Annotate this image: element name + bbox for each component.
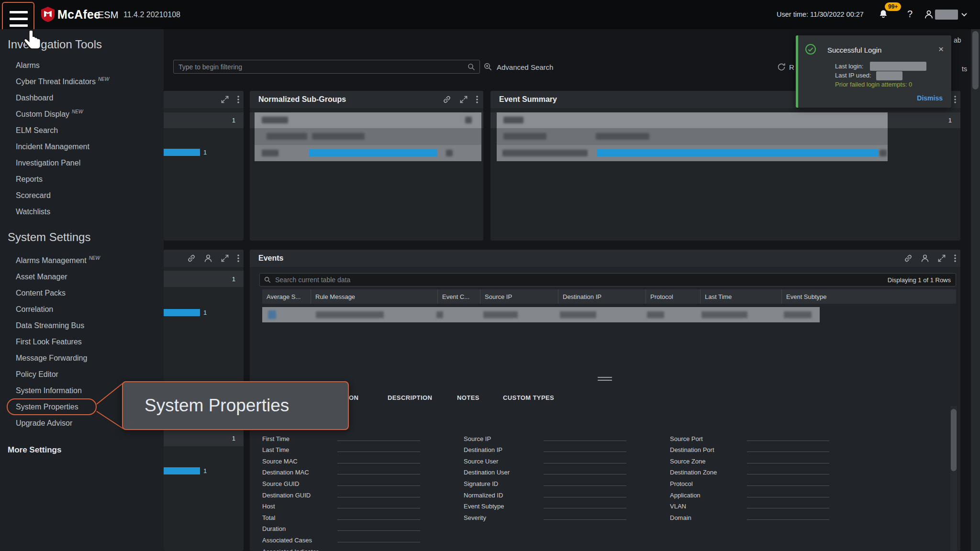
- tab-description[interactable]: DESCRIPTION: [388, 394, 432, 401]
- field-label: Source Port: [670, 435, 747, 444]
- table-row-redacted[interactable]: [262, 307, 820, 322]
- column-header[interactable]: Event C...: [437, 289, 480, 304]
- sidebar-item-scorecard[interactable]: Scorecard: [0, 187, 164, 204]
- kebab-menu-icon[interactable]: [954, 95, 957, 104]
- field-value-line: [544, 508, 626, 508]
- navigation-menu: Investigation Tools Alarms Cyber Threat …: [0, 29, 164, 551]
- search-icon[interactable]: [467, 63, 479, 71]
- detail-fields-column-1: First Time Last Time Source MAC Destinat…: [262, 432, 420, 551]
- dismiss-button[interactable]: Dismiss: [917, 94, 943, 102]
- sidebar-item-policy-editor[interactable]: Policy Editor: [0, 366, 164, 383]
- hamburger-icon: [10, 11, 28, 13]
- sidebar-item-reports[interactable]: Reports: [0, 171, 164, 187]
- panel-title: Events: [258, 254, 283, 263]
- field-row: Source IP: [464, 432, 626, 444]
- expand-icon[interactable]: [937, 253, 947, 263]
- expand-icon[interactable]: [220, 95, 230, 104]
- expand-icon[interactable]: [459, 95, 468, 104]
- sidebar-item-watchlists[interactable]: Watchlists: [0, 204, 164, 220]
- column-header[interactable]: Destination IP: [558, 289, 646, 304]
- sidebar-item-label: Policy Editor: [16, 370, 58, 379]
- field-label: Destination GUID: [262, 492, 337, 500]
- advanced-search-button[interactable]: Advanced Search: [483, 62, 553, 72]
- field-label: Domain: [670, 514, 747, 523]
- close-icon[interactable]: ×: [938, 44, 944, 55]
- chevron-down-icon[interactable]: [961, 12, 968, 17]
- field-row: Event Subtype: [464, 500, 626, 512]
- notification-count-badge[interactable]: 99+: [885, 2, 901, 11]
- person-icon[interactable]: [920, 253, 930, 263]
- field-label: Normalized ID: [464, 492, 544, 500]
- tab-custom-types[interactable]: CUSTOM TYPES: [503, 394, 554, 401]
- filter-input[interactable]: [174, 63, 467, 71]
- field-label: Source Zone: [670, 458, 747, 466]
- sidebar-item-custom-display[interactable]: Custom DisplayNEW: [0, 106, 164, 122]
- table-search-input[interactable]: [271, 276, 888, 284]
- panel-title: Normalized Sub-Groups: [258, 95, 346, 104]
- panel-events-header: Events: [250, 250, 960, 267]
- sidebar-item-alarms-management[interactable]: Alarms ManagementNEW: [0, 253, 164, 269]
- kebab-menu-icon[interactable]: [237, 253, 240, 263]
- sidebar-item-message-forwarding[interactable]: Message Forwarding: [0, 350, 164, 366]
- sidebar-item-label: Custom Display: [16, 110, 69, 119]
- column-header[interactable]: Protocol: [646, 289, 700, 304]
- field-label: Destination Zone: [670, 469, 747, 477]
- field-value-line: [544, 497, 626, 497]
- sidebar-item-investigation-panel[interactable]: Investigation Panel: [0, 155, 164, 171]
- field-label: Destination User: [464, 469, 544, 477]
- sidebar-item-first-look-features[interactable]: First Look Features: [0, 334, 164, 350]
- count-value: 1: [232, 435, 235, 442]
- count-row: 1: [164, 271, 244, 287]
- link-icon[interactable]: [442, 95, 452, 104]
- column-header[interactable]: Average S...: [262, 289, 311, 304]
- link-icon[interactable]: [903, 253, 913, 263]
- sidebar-item-incident-management[interactable]: Incident Management: [0, 139, 164, 155]
- column-header[interactable]: Rule Message: [311, 289, 437, 304]
- field-row: Source GUID: [262, 477, 420, 489]
- user-account-icon[interactable]: [924, 9, 934, 20]
- column-header[interactable]: Last Time: [700, 289, 781, 304]
- tab-notes[interactable]: NOTES: [457, 394, 479, 401]
- sidebar-item-label: Alarms Management: [16, 256, 87, 265]
- panel-normalized-subgroups: Normalized Sub-Groups: [250, 91, 483, 241]
- link-icon[interactable]: [187, 253, 196, 263]
- column-header[interactable]: Event Subtype: [781, 289, 956, 304]
- zoom-callout: System Properties: [122, 381, 349, 430]
- details-scrollbar[interactable]: [950, 406, 957, 551]
- bar-segment[interactable]: [164, 309, 200, 316]
- field-value-line: [544, 441, 626, 441]
- count-row: 1: [164, 112, 244, 128]
- expand-icon[interactable]: [220, 253, 230, 263]
- bar-segment[interactable]: [164, 149, 200, 156]
- sidebar-item-correlation[interactable]: Correlation: [0, 301, 164, 318]
- page-scrollbar[interactable]: [971, 29, 980, 551]
- kebab-menu-icon[interactable]: [476, 95, 479, 104]
- sidebar-item-content-packs[interactable]: Content Packs: [0, 285, 164, 301]
- field-value-line: [337, 508, 420, 508]
- help-icon[interactable]: ?: [907, 9, 913, 20]
- field-row: Duration: [262, 523, 420, 534]
- person-icon[interactable]: [203, 253, 213, 263]
- sidebar-item-alarms[interactable]: Alarms: [0, 57, 164, 74]
- details-scrollbar-thumb[interactable]: [951, 409, 957, 471]
- filter-bar: [173, 60, 480, 74]
- sidebar-item-elm-search[interactable]: ELM Search: [0, 122, 164, 139]
- column-header[interactable]: Source IP: [480, 289, 558, 304]
- page-scrollbar-thumb[interactable]: [972, 31, 979, 89]
- refresh-button[interactable]: R: [777, 62, 794, 72]
- sidebar-item-label: Scorecard: [16, 191, 51, 200]
- sidebar-item-asset-manager[interactable]: Asset Manager: [0, 269, 164, 285]
- sidebar-item-label: Content Packs: [16, 289, 66, 298]
- sidebar-item-data-streaming-bus[interactable]: Data Streaming Bus: [0, 318, 164, 334]
- bar-segment[interactable]: [164, 467, 200, 474]
- bar-value-label: 1: [203, 309, 207, 316]
- sidebar-item-cyber-threat-indicators[interactable]: Cyber Threat IndicatorsNEW: [0, 74, 164, 90]
- field-value-line: [544, 474, 626, 474]
- more-settings-link[interactable]: More Settings: [8, 445, 61, 455]
- field-row: First Time: [262, 432, 420, 444]
- kebab-menu-icon[interactable]: [237, 95, 240, 104]
- field-value-line: [337, 463, 420, 463]
- splitter-handle[interactable]: [598, 377, 612, 381]
- sidebar-item-dashboard[interactable]: Dashboard: [0, 90, 164, 106]
- kebab-menu-icon[interactable]: [954, 253, 957, 263]
